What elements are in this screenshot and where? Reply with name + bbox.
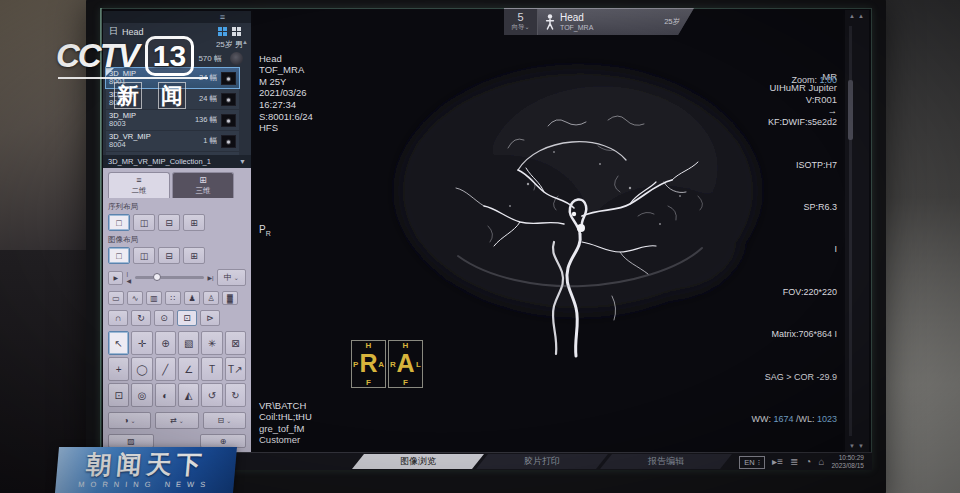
enhance-icon[interactable]: ✳ <box>201 331 222 355</box>
slider-handle[interactable] <box>153 273 161 281</box>
channel-wordmark: CCTV <box>56 37 138 75</box>
info-line: Customer <box>259 434 312 446</box>
thumbnail-view-icon[interactable] <box>218 27 227 36</box>
play-button[interactable]: ▶ <box>108 271 123 285</box>
sync-icon[interactable]: ⊙ <box>154 310 174 326</box>
stat-line: WW: 1674 /WL: 1023 <box>752 414 837 425</box>
crop-icon[interactable]: ▧ <box>178 331 199 355</box>
info-line: M 25Y <box>259 76 313 88</box>
layout-2x2-button[interactable]: ⊞ <box>183 247 205 264</box>
cine-loop-icon[interactable]: ↻ <box>131 310 151 326</box>
link-icon[interactable]: ∩ <box>108 310 128 326</box>
tool-grid: ↖ ✛ ⊕ ▧ ✳ ⊠ + <box>108 331 246 407</box>
panel-bottom-row: ▨ ⊕ <box>108 434 246 448</box>
step-back-icon[interactable]: |◀ <box>126 271 132 284</box>
line-measure-icon[interactable]: ╱ <box>155 357 176 381</box>
tab-3d-label: 三维 <box>196 186 211 196</box>
gradient-icon[interactable]: ▓ <box>222 291 238 305</box>
speed-select[interactable]: 中 ⌄ <box>217 269 246 286</box>
list-view-icon[interactable] <box>232 27 241 36</box>
text-annotation-icon[interactable]: T <box>201 357 222 381</box>
waveform-icon[interactable]: ∿ <box>127 291 143 305</box>
rotate-right-icon[interactable]: ↻ <box>225 383 246 407</box>
target-button[interactable]: ⊕ <box>200 434 246 448</box>
workflow-tab[interactable]: 图像浏览 <box>352 454 484 469</box>
date-value: 2023/08/15 <box>831 462 864 469</box>
delete-region-icon[interactable]: ⊠ <box>225 331 246 355</box>
layout-1x1-button[interactable]: □ <box>108 247 130 264</box>
workflow-tab[interactable]: 胶片打印 <box>476 454 608 469</box>
export-icon[interactable]: ⊳ <box>200 310 220 326</box>
orientation-cube-left: H P R A F <box>351 340 386 388</box>
power-clock-icon[interactable]: ◔ <box>805 457 811 467</box>
magnify-box-icon[interactable]: ⊡ <box>108 383 129 407</box>
layout-1x1-button[interactable]: □ <box>108 214 130 231</box>
study-thumbnail[interactable] <box>230 52 243 65</box>
scroll-up-icon[interactable]: ▲ <box>242 39 248 45</box>
keyboard-layout-button[interactable]: EN ⁝ <box>739 456 765 469</box>
orientation-cube-right: H R A L F <box>388 340 423 388</box>
layout-2x2-button[interactable]: ⊞ <box>183 214 205 231</box>
menu-icon[interactable]: ≡ <box>220 13 225 22</box>
info-line: TOF_MRA <box>259 64 313 76</box>
layout-2row-button[interactable]: ⊟ <box>158 214 180 231</box>
series-item[interactable]: 3D_VR_MIP 8004 1 幅 <box>106 131 239 151</box>
layout-2row-button[interactable]: ⊟ <box>158 247 180 264</box>
series-id: 8003 <box>109 120 136 128</box>
channel-logo: CCTV 13 新 闻 <box>56 36 208 109</box>
toolbox-icon[interactable]: ⌂ <box>818 457 824 467</box>
series-thumbnail <box>221 135 236 148</box>
magnifier-icon[interactable]: ◎ <box>131 383 152 407</box>
preset-combo[interactable]: ⇄⌄ <box>155 412 198 429</box>
speed-value: 中 <box>224 272 232 283</box>
info-line: 16:27:34 <box>259 99 313 111</box>
ellipse-roi-icon[interactable]: ◯ <box>131 357 152 381</box>
patient-tab-body[interactable]: Head TOF_MRA 25岁 <box>538 9 694 35</box>
background-desk <box>880 0 960 493</box>
task-list-icon[interactable]: ≣ <box>790 457 798 467</box>
scroll-down-icon[interactable]: ▼▼ <box>849 443 867 449</box>
tab-3d[interactable]: ⊞ 三维 <box>172 172 234 198</box>
info-line: VR\BATCH <box>259 400 312 412</box>
grid-dots-icon[interactable]: ∷ <box>165 291 181 305</box>
patient-name: Head <box>560 12 593 24</box>
patient-back-icon[interactable]: ♙ <box>203 291 219 305</box>
layout-2col-button[interactable]: ◫ <box>133 247 155 264</box>
histogram-icon[interactable]: ▥ <box>146 291 162 305</box>
workflow-tab[interactable]: 报告编辑 <box>600 454 732 469</box>
tab-2d[interactable]: ≡ 二维 <box>108 172 170 198</box>
series-item[interactable]: 3D_MIP 8003 136 幅 <box>106 110 239 130</box>
pan-hand-icon[interactable]: ✛ <box>131 331 152 355</box>
info-line: Head <box>259 53 313 65</box>
arrow-annotation-icon[interactable]: T↗ <box>225 357 246 381</box>
scrollbar-thumb[interactable] <box>848 80 853 140</box>
scroll-up-icon[interactable]: ▲▲ <box>849 13 867 19</box>
layout-2col-button[interactable]: ◫ <box>133 214 155 231</box>
copy-icon[interactable]: ⊡ <box>177 310 197 326</box>
rotate-left-icon[interactable]: ↺ <box>201 383 222 407</box>
invert-icon[interactable]: ◐ <box>155 383 176 407</box>
stat-line: FOV:220*220 <box>752 287 837 298</box>
reset-layout-button[interactable]: ▨ <box>108 434 154 448</box>
patient-front-icon[interactable]: ♟ <box>184 291 200 305</box>
action-tools-row: ∩ ↻ ⊙ ⊡ ⊳ <box>108 310 246 326</box>
info-line: 2021/03/26 <box>259 87 313 99</box>
window-icon[interactable]: ▭ <box>108 291 124 305</box>
step-forward-icon[interactable]: ▶| <box>207 274 213 281</box>
patient-tab[interactable]: 5 向导⌄ Head TOF_MRA 25岁 <box>504 8 694 35</box>
select-cursor-icon[interactable]: ↖ <box>108 331 129 355</box>
series-count: 136 幅 <box>195 115 217 125</box>
patient-tab-index[interactable]: 5 向导⌄ <box>504 9 538 35</box>
collection-bar[interactable]: 3D_MR_VR_MIP_Collection_1 ▼ <box>103 155 251 168</box>
crosshair-icon[interactable]: + <box>108 357 129 381</box>
viewport-scrollbar[interactable]: ▲▲ ▼▼ <box>845 10 869 452</box>
cine-slider[interactable] <box>135 276 205 279</box>
wwwl-combo[interactable]: ◑⌄ <box>108 412 151 429</box>
angle-measure-icon[interactable]: ∠ <box>178 357 199 381</box>
output-combo[interactable]: ⊟⌄ <box>203 412 246 429</box>
queue-icon[interactable]: ▸≡ <box>772 457 783 467</box>
time-value: 10:50:29 <box>839 454 864 461</box>
zoom-in-icon[interactable]: ⊕ <box>155 331 176 355</box>
image-viewport[interactable]: HeadTOF_MRAM 25Y2021/03/2616:27:34S:8001… <box>253 10 843 452</box>
flip-horizontal-icon[interactable]: ◭ <box>178 383 199 407</box>
